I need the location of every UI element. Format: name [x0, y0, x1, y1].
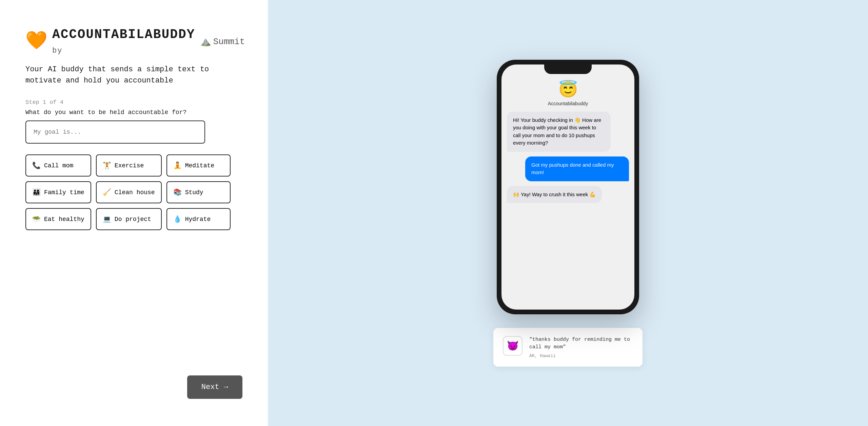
by-label: by: [52, 47, 62, 55]
logo-emoji: 🧡: [25, 33, 47, 51]
contact-emoji: 😇: [558, 80, 578, 99]
chat-bubble: Hi! Your buddy checking in 👋 How are you…: [507, 112, 611, 152]
left-panel: 🧡 ACCOUNTABILABUDDY by ⛰️ Summit Your AI…: [0, 0, 268, 426]
chat-contact: 😇 Accountabilabuddy: [548, 77, 588, 112]
chip-eat-healthy[interactable]: 🥗Eat healthy: [25, 208, 91, 230]
step-label: Step 1 of 4: [25, 99, 242, 106]
chat-bubble: Got my pushups done and called my mom!: [525, 156, 629, 181]
testimonial-avatar-emoji: 😈: [507, 340, 519, 352]
logo-row: 🧡 ACCOUNTABILABUDDY by ⛰️ Summit: [25, 27, 242, 56]
chip-family-time[interactable]: 👨‍👩‍👧Family time: [25, 181, 91, 203]
summit-logo: ⛰️ Summit: [200, 36, 245, 47]
chip-meditate[interactable]: 🧘Meditate: [166, 154, 231, 177]
chip-hydrate[interactable]: 💧Hydrate: [166, 208, 231, 230]
testimonial-card: 😈 "thanks buddy for reminding me to call…: [493, 328, 643, 367]
chip-exercise[interactable]: 🏋️Exercise: [96, 154, 162, 177]
testimonial-avatar: 😈: [503, 336, 522, 356]
chips-grid: 📞Call mom🏋️Exercise🧘Meditate👨‍👩‍👧Family …: [25, 154, 231, 230]
phone-mockup: 😇 Accountabilabuddy Hi! Your buddy check…: [497, 60, 639, 314]
testimonial-quote: "thanks buddy for reminding me to call m…: [529, 336, 633, 351]
chat-area: Hi! Your buddy checking in 👋 How are you…: [501, 112, 634, 310]
summit-label: Summit: [213, 37, 245, 47]
goal-input[interactable]: [25, 121, 205, 144]
chat-bubble: 🙌 Yay! Way to crush it this week 💪: [507, 186, 602, 203]
question-label: What do you want to be held accountable …: [25, 109, 242, 116]
chip-clean-house[interactable]: 🧹Clean house: [96, 181, 162, 203]
logo-text: ACCOUNTABILABUDDY by: [52, 27, 195, 56]
summit-emoji: ⛰️: [200, 36, 211, 47]
testimonial-author: AR, Hawaii: [529, 353, 633, 358]
next-button[interactable]: Next →: [187, 375, 242, 399]
phone-notch: [544, 64, 592, 74]
chip-call-mom[interactable]: 📞Call mom: [25, 154, 91, 177]
testimonial-content: "thanks buddy for reminding me to call m…: [529, 336, 633, 358]
contact-name: Accountabilabuddy: [548, 101, 588, 106]
chip-do-project[interactable]: 💻Do project: [96, 208, 162, 230]
chip-study[interactable]: 📚Study: [166, 181, 231, 203]
right-panel: 😇 Accountabilabuddy Hi! Your buddy check…: [268, 0, 868, 426]
subtitle: Your AI buddy that sends a simple text t…: [25, 64, 222, 86]
phone-screen: 😇 Accountabilabuddy Hi! Your buddy check…: [501, 64, 634, 310]
